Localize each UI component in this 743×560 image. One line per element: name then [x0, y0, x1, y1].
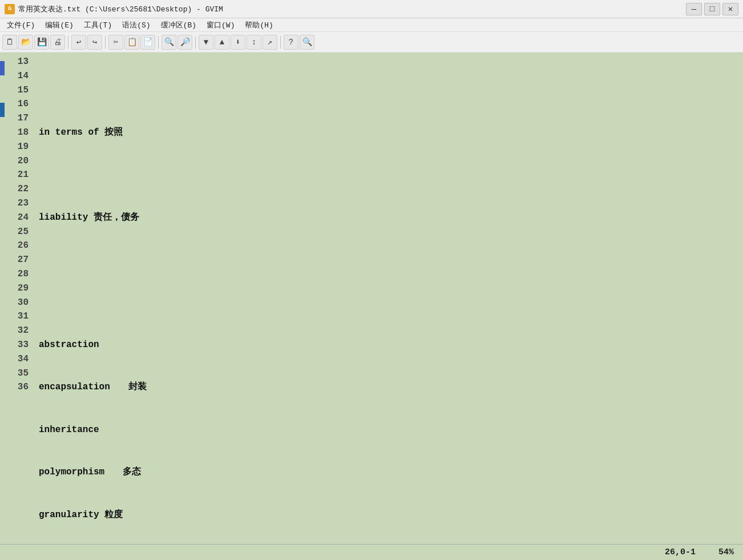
toolbar-search[interactable]: 🔍 — [300, 35, 314, 50]
scroll-percent: 54% — [718, 547, 734, 557]
line-num-18: 18 — [5, 126, 29, 140]
menu-buffer[interactable]: 缓冲区(B) — [156, 19, 201, 31]
line-num-21: 21 — [5, 168, 29, 182]
menu-tools[interactable]: 工具(T) — [79, 19, 116, 31]
toolbar-sep-2 — [105, 36, 106, 49]
menu-help[interactable]: 帮助(H) — [240, 19, 277, 31]
toolbar-sep-3 — [158, 36, 159, 49]
close-button[interactable]: ✕ — [722, 3, 738, 15]
editor[interactable]: 13 14 15 16 17 18 19 20 21 22 23 24 25 2… — [0, 53, 743, 544]
line-num-34: 34 — [5, 352, 29, 366]
line-num-33: 33 — [5, 338, 29, 352]
toolbar-redo[interactable]: ↪ — [87, 35, 102, 50]
line-13 — [39, 83, 743, 98]
line-num-35: 35 — [5, 366, 29, 381]
editor-content[interactable]: in terms of 按照 liability 责任，债务 abstracti… — [34, 53, 743, 544]
toolbar-replace[interactable]: 🔎 — [177, 35, 192, 50]
line-num-23: 23 — [5, 196, 29, 211]
line-num-16: 16 — [5, 97, 29, 111]
minimize-button[interactable]: — — [686, 3, 702, 15]
line-19: abstraction — [39, 338, 743, 352]
title-left: G 常用英文表达.txt (C:\Users\25681\Desktop) - … — [5, 4, 223, 14]
toolbar-new[interactable]: 🗒 — [2, 35, 17, 50]
toolbar-find[interactable]: 🔍 — [161, 35, 176, 50]
line-numbers: 13 14 15 16 17 18 19 20 21 22 23 24 25 2… — [5, 53, 34, 544]
toolbar-print[interactable]: 🖨 — [50, 35, 65, 50]
line-18 — [39, 296, 743, 310]
toolbar-btn-2[interactable]: ▲ — [215, 35, 229, 50]
toolbar-undo[interactable]: ↩ — [71, 35, 86, 50]
line-23: granularity 粒度 — [39, 508, 743, 522]
line-num-20: 20 — [5, 154, 29, 168]
toolbar-help[interactable]: ? — [284, 35, 298, 50]
maximize-button[interactable]: □ — [704, 3, 720, 15]
toolbar-sep-4 — [195, 36, 196, 49]
toolbar-cut[interactable]: ✂ — [108, 35, 123, 50]
line-14: in terms of 按照 — [39, 126, 743, 140]
line-16: liability 责任，债务 — [39, 211, 743, 225]
title-bar: G 常用英文表达.txt (C:\Users\25681\Desktop) - … — [0, 0, 743, 18]
line-num-15: 15 — [5, 83, 29, 98]
line-21: inheritance — [39, 423, 743, 437]
toolbar-btn-3[interactable]: ⬇ — [231, 35, 245, 50]
line-num-19: 19 — [5, 140, 29, 154]
toolbar-paste[interactable]: 📄 — [140, 35, 155, 50]
toolbar-sep-5 — [280, 36, 281, 49]
line-num-28: 28 — [5, 267, 29, 281]
menu-file[interactable]: 文件(F) — [2, 19, 39, 31]
menu-edit[interactable]: 编辑(E) — [41, 19, 78, 31]
line-num-13: 13 — [5, 55, 29, 69]
line-num-32: 32 — [5, 324, 29, 338]
toolbar-open[interactable]: 📂 — [18, 35, 33, 50]
status-bar: 26,0-1 54% — [0, 544, 743, 560]
line-num-14: 14 — [5, 69, 29, 83]
left-decoration — [0, 53, 5, 544]
app-icon: G — [5, 4, 15, 14]
line-num-26: 26 — [5, 239, 29, 253]
toolbar-sep-1 — [68, 36, 68, 49]
cursor-position: 26,0-1 — [665, 547, 696, 557]
toolbar: 🗒 📂 💾 🖨 ↩ ↪ ✂ 📋 📄 🔍 🔎 ▼ ▲ ⬇ ↕ ↗ ? 🔍 — [0, 32, 743, 53]
toolbar-btn-5[interactable]: ↗ — [263, 35, 277, 50]
menu-window[interactable]: 窗口(W) — [202, 19, 239, 31]
line-17 — [39, 253, 743, 267]
line-num-24: 24 — [5, 211, 29, 225]
line-num-22: 22 — [5, 182, 29, 196]
vim-mark-1 — [0, 61, 5, 75]
line-num-30: 30 — [5, 296, 29, 310]
line-num-36: 36 — [5, 380, 29, 394]
menu-bar: 文件(F) 编辑(E) 工具(T) 语法(S) 缓冲区(B) 窗口(W) 帮助(… — [0, 18, 743, 32]
line-20: encapsulation 封装 — [39, 380, 743, 394]
line-num-27: 27 — [5, 253, 29, 267]
line-num-31: 31 — [5, 309, 29, 324]
line-num-25: 25 — [5, 225, 29, 239]
menu-syntax[interactable]: 语法(S) — [118, 19, 155, 31]
vim-mark-2 — [0, 103, 5, 117]
toolbar-btn-4[interactable]: ↕ — [247, 35, 261, 50]
toolbar-copy[interactable]: 📋 — [124, 35, 139, 50]
toolbar-btn-1[interactable]: ▼ — [199, 35, 213, 50]
window-title: 常用英文表达.txt (C:\Users\25681\Desktop) - GV… — [18, 4, 223, 14]
toolbar-save[interactable]: 💾 — [34, 35, 49, 50]
line-num-29: 29 — [5, 281, 29, 296]
line-22: polymorphism 多态 — [39, 465, 743, 480]
title-controls: — □ ✕ — [686, 3, 738, 15]
line-num-17: 17 — [5, 111, 29, 126]
line-15 — [39, 168, 743, 182]
